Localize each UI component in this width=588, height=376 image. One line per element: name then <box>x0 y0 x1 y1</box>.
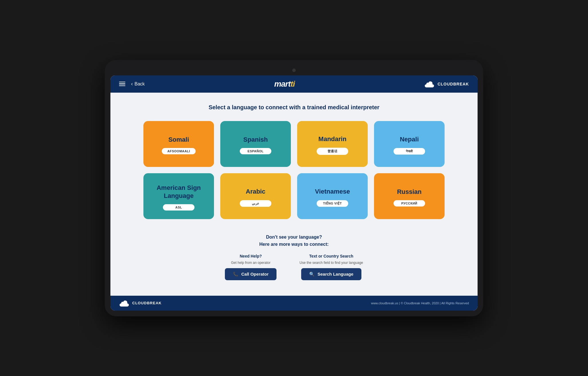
operator-label: Need Help? <box>240 254 262 258</box>
brand-name: CLOUDBREAK <box>437 82 469 86</box>
no-language-text: Don't see your language? Here are more w… <box>259 233 329 248</box>
bottom-section: Don't see your language? Here are more w… <box>225 233 363 280</box>
language-native: عربي <box>240 200 271 207</box>
call-operator-label: Call Operator <box>241 272 268 276</box>
footer-brand: CLOUDBREAK <box>119 300 161 307</box>
language-name: Mandarin <box>318 135 346 143</box>
search-language-button[interactable]: 🔍 Search Language <box>301 268 361 280</box>
operator-group: Need Help? Get help from an operator 📞 C… <box>225 254 277 280</box>
call-operator-button[interactable]: 📞 Call Operator <box>225 268 277 280</box>
operator-sublabel: Get help from an operator <box>231 261 270 265</box>
tablet-screen: ‹ Back martti CLOUDBREAK Select a langua… <box>110 75 478 311</box>
language-name: Spanish <box>243 136 268 144</box>
language-name: Nepali <box>400 135 419 143</box>
back-label: Back <box>135 81 145 87</box>
language-native: 普通话 <box>317 148 348 155</box>
search-sublabel: Use the search field to find your langua… <box>299 261 363 265</box>
footer-cloud-icon <box>119 300 129 307</box>
tablet-frame: ‹ Back martti CLOUDBREAK Select a langua… <box>105 60 483 316</box>
phone-icon: 📞 <box>233 272 238 277</box>
language-card-nepali[interactable]: Nepali नेपाली <box>374 121 445 167</box>
header-left: ‹ Back <box>119 81 145 87</box>
language-card-mandarin[interactable]: Mandarin 普通话 <box>297 121 368 167</box>
header: ‹ Back martti CLOUDBREAK <box>110 75 478 93</box>
back-arrow-icon: ‹ <box>131 81 133 87</box>
language-card-somali[interactable]: Somali AFSOOMAALI <box>143 121 214 167</box>
language-name: Somali <box>168 136 189 144</box>
footer-brand-name: CLOUDBREAK <box>132 301 161 305</box>
footer-copyright: www.cloudbreak.us | © Cloudbreak Health,… <box>371 301 469 305</box>
language-card-spanish[interactable]: Spanish ESPAÑOL <box>220 121 291 167</box>
no-language-title: Don't see your language? <box>259 233 329 241</box>
language-card-arabic[interactable]: Arabic عربي <box>220 173 291 219</box>
footer: CLOUDBREAK www.cloudbreak.us | © Cloudbr… <box>110 296 478 311</box>
search-icon: 🔍 <box>309 272 315 277</box>
language-card-american-sign-language[interactable]: American Sign Language ASL <box>143 173 214 219</box>
language-name: American Sign Language <box>149 184 208 200</box>
language-card-russian[interactable]: Russian РУССКИЙ <box>374 173 445 219</box>
menu-button[interactable] <box>119 82 125 86</box>
language-name: Russian <box>397 188 422 196</box>
search-language-label: Search Language <box>318 272 353 276</box>
language-name: Arabic <box>246 188 265 196</box>
language-native: РУССКИЙ <box>394 200 425 206</box>
cloud-icon <box>424 81 435 87</box>
main-content: Select a language to connect with a trai… <box>110 93 478 296</box>
app-logo: martti <box>274 79 295 89</box>
camera <box>292 69 296 72</box>
language-name: Vietnamese <box>315 188 350 196</box>
search-label: Text or Country Search <box>309 254 353 258</box>
header-brand: CLOUDBREAK <box>424 81 469 87</box>
language-native: नेपाली <box>394 148 425 155</box>
language-native: ESPAÑOL <box>240 148 271 154</box>
language-native: TIẾNG VIỆT <box>317 200 348 207</box>
bottom-actions: Need Help? Get help from an operator 📞 C… <box>225 254 363 280</box>
no-language-subtitle: Here are more ways to connect: <box>259 241 329 248</box>
language-grid: Somali AFSOOMAALI Spanish ESPAÑOL Mandar… <box>143 121 445 219</box>
language-card-vietnamese[interactable]: Vietnamese TIẾNG VIỆT <box>297 173 368 219</box>
language-native: AFSOOMAALI <box>162 148 196 154</box>
search-group: Text or Country Search Use the search fi… <box>299 254 363 280</box>
language-native: ASL <box>163 204 194 211</box>
page-title: Select a language to connect with a trai… <box>209 104 379 111</box>
back-button[interactable]: ‹ Back <box>131 81 145 87</box>
